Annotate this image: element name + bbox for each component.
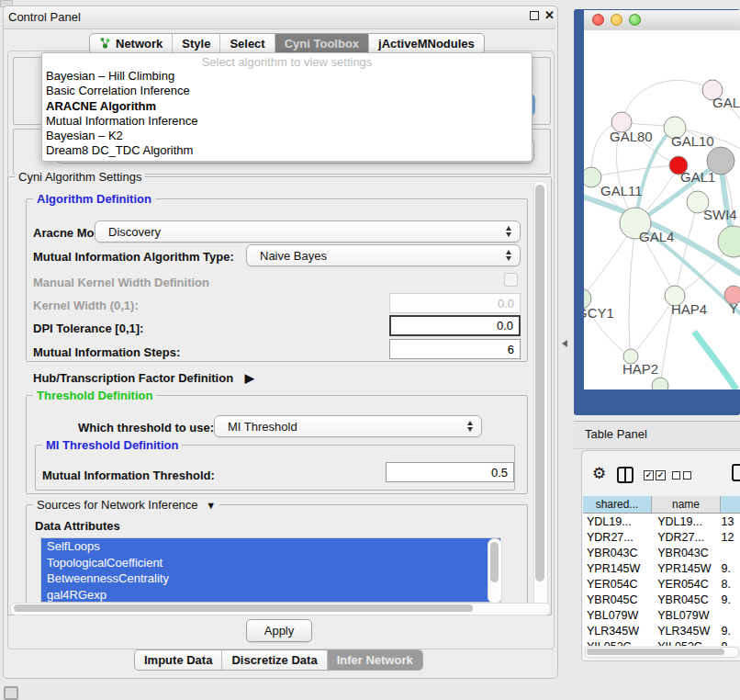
popup-item[interactable]: Bayesian – K2 — [42, 129, 532, 143]
gear-icon[interactable]: ⚙ — [592, 464, 606, 483]
deselect-all-icon-2[interactable] — [683, 471, 691, 480]
cell: YLR345W — [583, 625, 650, 638]
which-threshold-value: MI Threshold — [228, 420, 297, 434]
stepper-icon — [467, 421, 473, 432]
column-header-shared-name[interactable]: shared... — [583, 496, 652, 514]
tab-infer-network[interactable]: Infer Network — [328, 650, 422, 670]
kernel-width-value: 0.0 — [498, 297, 514, 310]
cell: YPR145W — [650, 562, 717, 575]
cell: YDL19... — [650, 515, 717, 528]
tab-style[interactable]: Style — [173, 34, 220, 53]
list-item[interactable]: TopologicalCoefficient — [41, 555, 500, 571]
manual-kernel-checkbox[interactable] — [504, 273, 518, 287]
cell: YIL052C — [583, 640, 650, 647]
close-icon[interactable]: ✕ — [544, 8, 555, 22]
split-collapse-arrow[interactable] — [562, 340, 567, 347]
deselect-all-icon[interactable] — [672, 471, 680, 480]
columns-icon-divider — [624, 469, 626, 481]
popup-item[interactable]: Bayesian – Hill Climbing — [42, 69, 532, 84]
tab-cyni-toolbox[interactable]: Cyni Toolbox — [275, 34, 369, 53]
which-threshold-combo[interactable]: MI Threshold — [214, 415, 482, 437]
table-row[interactable]: YDR27...YDR27...12 — [583, 529, 740, 545]
settings-scrollbar-thumb[interactable] — [535, 185, 544, 581]
table-row[interactable]: YPR145WYPR145W9. — [583, 560, 740, 576]
dpi-tolerance-label: DPI Tolerance [0,1]: — [33, 322, 143, 335]
cell: 9. — [718, 562, 740, 575]
list-scrollbar-thumb[interactable] — [490, 542, 499, 582]
algorithm-popup-placeholder: Select algorithm to view settings — [42, 53, 532, 69]
table-row[interactable]: YER054CYER054C8. — [583, 576, 740, 592]
table-row[interactable]: YBR045CYBR045C9. — [583, 592, 740, 607]
node-green-right[interactable] — [718, 226, 740, 257]
bottom-tabs: Impute Data Discretize Data Infer Networ… — [134, 649, 423, 671]
node-label: GCY1 — [584, 305, 614, 321]
aracne-mode-combo[interactable]: Discovery — [95, 220, 521, 243]
mi-threshold-field[interactable]: 0.5 — [386, 462, 514, 482]
tab-network[interactable]: Network — [90, 34, 173, 53]
cell: YER054C — [650, 578, 717, 591]
popup-item[interactable]: Dream8 DC_TDC Algorithm — [42, 143, 532, 158]
panel-corner-button[interactable] — [4, 686, 18, 700]
tab-select[interactable]: Select — [220, 34, 275, 53]
cell: YBL079W — [583, 609, 650, 622]
node-label: GAL1 — [680, 169, 715, 185]
mi-steps-field[interactable]: 6 — [389, 339, 521, 359]
mi-type-combo[interactable]: Naive Bayes — [246, 244, 521, 266]
popup-item-selected[interactable]: ARACNE Algorithm — [42, 99, 532, 114]
network-canvas[interactable]: GAL GAL80 GAL10 GAL1 GAL11 SWI4 GAL4 GCY… — [584, 30, 740, 390]
table-header: shared... name — [583, 496, 740, 514]
which-threshold-label: Which threshold to use: — [78, 421, 214, 435]
sources-title[interactable]: Sources for Network Inference ▼ — [33, 498, 219, 512]
control-panel-title: Control Panel — [8, 10, 81, 24]
select-all-icon[interactable]: ✓ — [644, 470, 654, 480]
select-all-icon-2[interactable]: ✓ — [656, 470, 666, 480]
column-header-partial[interactable] — [721, 496, 740, 514]
minimize-traffic-light[interactable] — [611, 14, 622, 26]
tab-jactivemnodules[interactable]: jActiveMNodules — [369, 34, 484, 53]
hub-definition-label[interactable]: Hub/Transcription Factor Definition ▶ — [33, 371, 254, 385]
node-bottom-green[interactable] — [652, 378, 668, 390]
tab-discretize-data[interactable]: Discretize Data — [222, 650, 327, 670]
cell: YLR345W — [650, 625, 717, 638]
table-panel-title: Table Panel — [585, 427, 647, 441]
node-label: SWI4 — [703, 207, 737, 222]
mi-threshold-title: MI Threshold Definition — [42, 438, 182, 452]
expanded-arrow-icon[interactable]: ▼ — [206, 500, 216, 511]
control-panel-titlebar — [4, 6, 555, 29]
list-item[interactable]: SelfLoops — [41, 538, 500, 555]
node-gal11[interactable] — [584, 167, 601, 187]
apply-button[interactable]: Apply — [246, 619, 312, 642]
zoom-traffic-light[interactable] — [629, 14, 641, 26]
cell: 9 — [718, 640, 740, 647]
float-window-icon[interactable] — [530, 11, 539, 20]
column-header-name[interactable]: name — [652, 496, 721, 514]
cell: YER054C — [583, 578, 650, 591]
mi-steps-label: Mutual Information Steps: — [33, 345, 180, 359]
popup-item[interactable]: Mutual Information Inference — [42, 114, 532, 129]
table-row[interactable]: YLR345WYLR345W9. — [583, 623, 740, 638]
table-body[interactable]: YDL19...YDL19...13 YDR27...YDR27...12 YB… — [583, 514, 740, 646]
tab-jactivemnodules-label: jActiveMNodules — [378, 37, 475, 51]
close-traffic-light[interactable] — [592, 14, 604, 26]
mi-type-value: Naive Bayes — [260, 249, 327, 263]
popup-item[interactable]: Basic Correlation Inference — [42, 84, 532, 98]
dpi-tolerance-value: 0.0 — [497, 319, 513, 333]
cell: YDR27... — [583, 531, 650, 544]
list-item[interactable]: BetweennessCentrality — [41, 570, 500, 587]
table-row[interactable]: YIL052CYIL052C9 — [583, 638, 740, 646]
list-item[interactable]: gal4RGexp — [41, 587, 500, 604]
cell: 9. — [718, 593, 740, 606]
tab-impute-data[interactable]: Impute Data — [135, 650, 222, 670]
kernel-width-field: 0.0 — [389, 293, 521, 313]
table-hscrollbar-thumb[interactable] — [587, 649, 724, 655]
file-icon[interactable] — [732, 464, 740, 481]
table-row[interactable]: YBR043CYBR043C — [583, 545, 740, 560]
table-row[interactable]: YBL079WYBL079W — [583, 607, 740, 623]
network-view-titlebar[interactable] — [584, 10, 740, 31]
hscrollbar-thumb[interactable] — [14, 604, 473, 612]
dpi-tolerance-field[interactable]: 0.0 — [389, 315, 521, 336]
collapsed-arrow-icon[interactable]: ▶ — [245, 371, 254, 385]
table-row[interactable]: YDL19...YDL19...13 — [583, 514, 740, 529]
data-attributes-list[interactable]: SelfLoops TopologicalCoefficient Between… — [40, 537, 501, 603]
mi-steps-value: 6 — [508, 343, 514, 356]
